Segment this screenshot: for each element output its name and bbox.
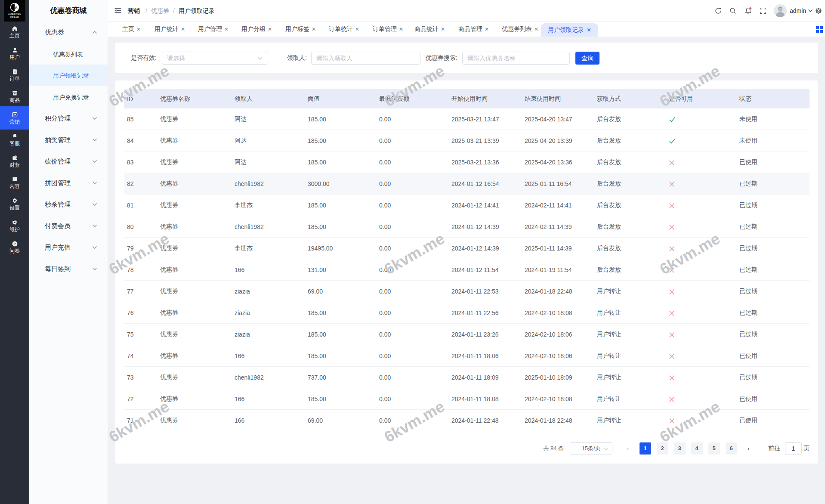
svg-text:?: ? <box>14 242 16 246</box>
svg-text:A: A <box>15 6 18 10</box>
